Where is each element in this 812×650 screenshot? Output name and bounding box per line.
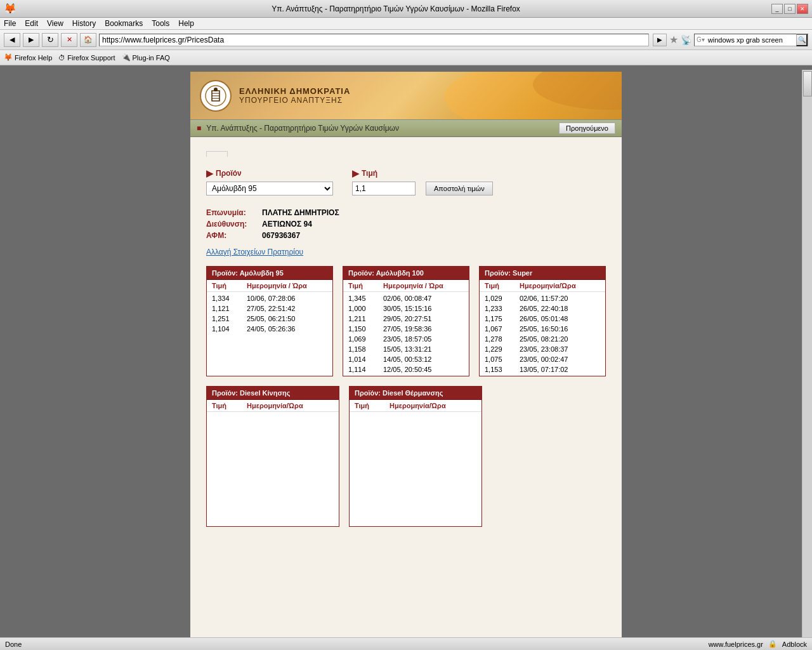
menu-tools[interactable]: Tools [152, 19, 169, 28]
menu-file[interactable]: File [4, 19, 16, 28]
eponymia-label: Επωνυμία: [206, 208, 257, 217]
price-table-5: Προϊόν: Diesel Θέρμανσης Τιμή Ημερομηνία… [349, 386, 482, 527]
price-cell: 1,334 [212, 295, 247, 302]
nav-back-button[interactable]: Προηγούμενο [559, 123, 615, 134]
forward-button[interactable]: ▶ [23, 33, 39, 47]
price-cell: 1,278 [485, 335, 520, 343]
bookmark-firefox-help[interactable]: 🦊 Firefox Help [4, 53, 52, 62]
price-form-group: ▶ Τιμή Αποστολή τιμών [352, 168, 493, 196]
date-cell: 27/05, 22:51:42 [247, 305, 327, 312]
table-row: 1,15815/05, 13:31:21 [348, 344, 464, 354]
table1-body: 1,33410/06, 07:28:061,12127/05, 22:51:42… [207, 292, 332, 335]
window-controls[interactable]: _ □ ✕ [771, 4, 808, 14]
stop-button[interactable]: ✕ [61, 33, 77, 47]
price-cell: 1,014 [348, 355, 383, 363]
table4-title: Προϊόν: Diesel Κίνησης [207, 387, 339, 400]
date-cell: 29/05, 20:27:51 [383, 315, 464, 322]
table-row: 1,00030/05, 15:15:16 [348, 303, 464, 314]
date-cell: 27/05, 19:58:36 [383, 325, 464, 333]
content-area: ▶ Προϊόν Αμόλυβδη 95 Αμόλυβδη 100 Super … [190, 137, 622, 549]
table1-date-col-header: Ημερομηνία / Ώρα [247, 282, 327, 289]
date-cell: 24/05, 05:26:36 [247, 325, 327, 333]
bookmark-icon-2: ⏱ [58, 54, 65, 62]
table4-header: Τιμή Ημερομηνία/Ώρα [207, 400, 339, 412]
search-box[interactable]: G▾ 🔍 [694, 34, 808, 46]
table5-header: Τιμή Ημερομηνία/Ώρα [350, 400, 481, 412]
bookmark-firefox-support[interactable]: ⏱ Firefox Support [58, 54, 115, 62]
submit-button[interactable]: Αποστολή τιμών [426, 182, 493, 196]
date-cell: 12/05, 20:50:45 [383, 366, 464, 373]
bookmark-star-icon[interactable]: ★ [669, 34, 678, 46]
google-label: G▾ [695, 36, 707, 43]
search-input[interactable] [707, 36, 796, 44]
back-button[interactable]: ◀ [4, 33, 20, 47]
price-cell: 1,000 [348, 305, 383, 312]
change-link[interactable]: Αλλαγή Στοιχείων Πρατηρίου [206, 248, 303, 256]
price-cell: 1,251 [212, 315, 247, 322]
go-button[interactable]: ▶ [653, 34, 667, 46]
close-button[interactable]: ✕ [797, 4, 808, 14]
scrollbar[interactable] [802, 70, 812, 637]
date-cell: 02/06, 00:08:47 [383, 295, 464, 302]
table5-body [350, 412, 481, 526]
tab-area [206, 150, 606, 159]
org-line1: ΕΛΛΗΝΙΚΗ ΔΗΜΟΚΡΑΤΙΑ [239, 86, 350, 96]
nav-breadcrumb-text: Υπ. Ανάπτυξης - Παρατηρητήριο Τιμών Υγρώ… [206, 124, 399, 133]
price-cell: 1,069 [348, 335, 383, 343]
afm-value: 067936367 [262, 231, 300, 240]
price-cell: 1,067 [485, 325, 520, 333]
table-row: 1,34502/06, 00:08:47 [348, 293, 464, 303]
bookmark-plugin-faq[interactable]: 🔌 Plug-in FAQ [122, 53, 170, 62]
menu-bookmarks[interactable]: Bookmarks [105, 19, 143, 28]
price-cell: 1,153 [485, 366, 520, 373]
browser-title: Υπ. Ανάπτυξης - Παρατηρητήριο Τιμών Υγρώ… [20, 4, 771, 13]
price-cell: 1,114 [348, 366, 383, 373]
date-cell: 02/06, 11:57:20 [520, 295, 600, 302]
table1-price-col-header: Τιμή [212, 282, 247, 289]
menu-history[interactable]: History [72, 19, 96, 28]
date-cell: 25/05, 16:50:16 [520, 325, 600, 333]
table3-price-col-header: Τιμή [485, 282, 520, 289]
svg-point-5 [214, 88, 218, 91]
menu-edit[interactable]: Edit [25, 19, 38, 28]
nav-breadcrumb: ■ Υπ. Ανάπτυξης - Παρατηρητήριο Τιμών Υγ… [197, 124, 399, 133]
price-cell: 1,121 [212, 305, 247, 312]
table2-header: Τιμή Ημερομηνία / Ώρα [343, 280, 469, 292]
table1-header: Τιμή Ημερομηνία / Ώρα [207, 280, 332, 292]
tables-row-1: Προϊόν: Αμόλυβδη 95 Τιμή Ημερομηνία / Ώρ… [206, 266, 606, 376]
price-input[interactable] [352, 182, 416, 196]
address-bar[interactable]: https://www.fuelprices.gr/PricesData [99, 34, 649, 46]
price-label: ▶ Τιμή [352, 168, 416, 178]
bookmark-icon-1: 🦊 [4, 53, 13, 62]
table-row: 1,22923/05, 23:08:37 [485, 344, 600, 354]
menu-help[interactable]: Help [178, 19, 194, 28]
table-row: 1,17526/05, 05:01:48 [485, 314, 600, 324]
table4-price-col-header: Τιμή [212, 402, 247, 409]
reload-button[interactable]: ↻ [42, 33, 58, 47]
price-cell: 1,211 [348, 315, 383, 322]
table2-date-col-header: Ημερομηνία / Ώρα [383, 282, 464, 289]
scrollbar-thumb[interactable] [803, 71, 812, 96]
bookmarks-bar: 🦊 Firefox Help ⏱ Firefox Support 🔌 Plug-… [0, 50, 812, 65]
price-cell: 1,158 [348, 345, 383, 353]
table1-title: Προϊόν: Αμόλυβδη 95 [207, 267, 332, 280]
table3-date-col-header: Ημερομηνία/Ώρα [520, 282, 600, 289]
rss-icon[interactable]: 📡 [681, 35, 691, 45]
price-cell: 1,075 [485, 355, 520, 363]
form-row: ▶ Προϊόν Αμόλυβδη 95 Αμόλυβδη 100 Super … [206, 168, 606, 196]
site-header: ΕΛΛΗΝΙΚΗ ΔΗΜΟΚΡΑΤΙΑ ΥΠΟΥΡΓΕΙΟ ΑΝΑΠΤΥΞΗΣ [190, 72, 622, 119]
product-select[interactable]: Αμόλυβδη 95 Αμόλυβδη 100 Super Diesel Κί… [206, 182, 333, 196]
home-button[interactable]: 🏠 [80, 33, 96, 47]
minimize-button[interactable]: _ [771, 4, 783, 14]
date-cell: 15/05, 13:31:21 [383, 345, 464, 353]
dieuthinsi-label: Διεύθυνση: [206, 220, 257, 229]
tab-item[interactable] [206, 151, 228, 157]
search-button[interactable]: 🔍 [796, 34, 808, 46]
browser-statusbar: Done www.fuelprices.gr 🔒 Adblock [0, 637, 812, 649]
menu-view[interactable]: View [47, 19, 63, 28]
maximize-button[interactable]: □ [784, 4, 796, 14]
afm-label: ΑΦΜ: [206, 231, 257, 240]
price-table-4: Προϊόν: Diesel Κίνησης Τιμή Ημερομηνία/Ώ… [206, 386, 339, 527]
logo-emblem [200, 80, 232, 112]
page-wrapper: ΕΛΛΗΝΙΚΗ ΔΗΜΟΚΡΑΤΙΑ ΥΠΟΥΡΓΕΙΟ ΑΝΑΠΤΥΞΗΣ … [190, 72, 622, 643]
